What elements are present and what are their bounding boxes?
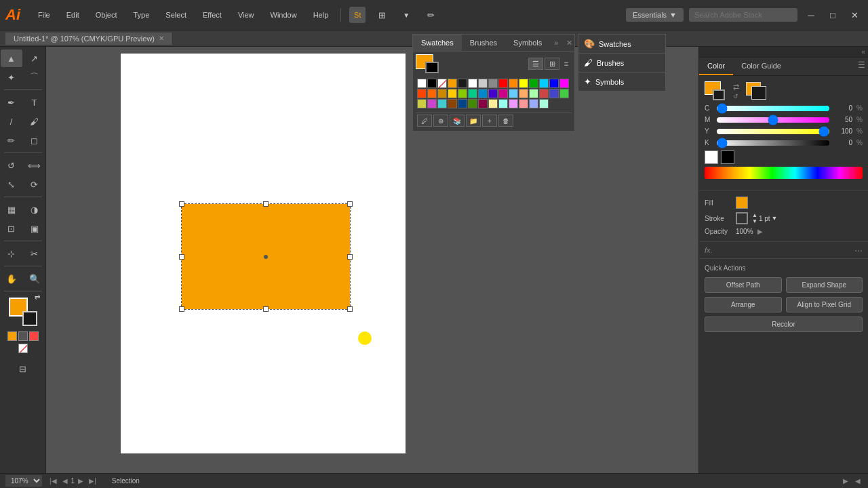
show-kind-menu-button[interactable]: ⊕ <box>433 115 448 127</box>
symbols-tab[interactable]: Symbols <box>505 35 550 51</box>
swatch-sienna[interactable] <box>448 99 457 108</box>
lasso-tool-button[interactable]: ⌒ <box>24 68 45 86</box>
swatch-grass[interactable] <box>559 89 569 98</box>
reflect-tool-button[interactable]: ⟺ <box>24 157 45 174</box>
prev-page-button[interactable]: ◀ <box>60 477 70 485</box>
swatches-list-view-button[interactable]: ☰ <box>528 58 543 70</box>
swatch-salmon[interactable] <box>519 99 528 108</box>
swatch-green[interactable] <box>529 79 538 88</box>
swatch-brown[interactable] <box>437 89 447 98</box>
rotate-tool-button[interactable]: ↺ <box>1 157 22 174</box>
canvas-area[interactable] <box>46 47 698 473</box>
swatch-indigo[interactable] <box>488 89 498 98</box>
yellow-slider[interactable] <box>717 129 829 134</box>
handle-bottom-right[interactable] <box>347 306 353 312</box>
current-stroke-swatch[interactable] <box>425 62 439 73</box>
handle-top-center[interactable] <box>263 201 269 207</box>
swatch-teal[interactable] <box>468 89 477 98</box>
stroke-width-up-icon[interactable]: ▲▼ <box>752 212 757 224</box>
last-page-button[interactable]: ▶| <box>87 477 98 485</box>
orange-rectangle[interactable] <box>182 204 350 309</box>
handle-mid-left[interactable] <box>179 254 184 260</box>
window-minimize-icon[interactable]: ─ <box>803 7 819 23</box>
color-guide-tab[interactable]: Color Guide <box>733 58 789 75</box>
swatch-forest[interactable] <box>468 99 477 108</box>
quick-fill-gray[interactable] <box>18 331 28 341</box>
align-pixel-grid-button[interactable]: Align to Pixel Grid <box>786 297 863 312</box>
swatch-dark[interactable] <box>458 79 467 88</box>
swatches-menu-icon[interactable]: ≡ <box>561 58 572 70</box>
no-fill-icon[interactable] <box>18 344 28 353</box>
zoom-selector[interactable]: 107% <box>5 475 42 487</box>
swatches-grid-view-button[interactable]: ⊞ <box>545 58 559 70</box>
swatch-none[interactable] <box>437 79 447 88</box>
fill-color-preview[interactable] <box>736 197 748 209</box>
swatch-maroon[interactable] <box>478 99 488 108</box>
selection-tool-button[interactable]: ▲ <box>1 49 22 67</box>
paintbrush-tool-button[interactable]: 🖌 <box>24 113 45 130</box>
swatch-black[interactable] <box>427 79 437 88</box>
magenta-slider[interactable] <box>717 117 829 123</box>
artboard-2-tool-button[interactable]: ⊟ <box>12 360 34 378</box>
swatch-lavender[interactable] <box>509 99 518 108</box>
fx-more-options-icon[interactable]: ··· <box>854 245 863 256</box>
menu-file[interactable]: File <box>34 8 54 22</box>
collapse-panel-icon[interactable]: « <box>861 48 865 56</box>
arrange-button[interactable]: Arrange <box>705 297 782 312</box>
swatch-orange2[interactable] <box>509 79 518 88</box>
swatch-libraries-button[interactable]: 📚 <box>450 115 465 127</box>
swatch-mint[interactable] <box>529 89 538 98</box>
swatch-purple[interactable] <box>427 99 437 108</box>
stroke-dropdown-arrow[interactable]: ▼ <box>772 215 778 222</box>
reshape-tool-button[interactable]: ⟳ <box>24 176 45 193</box>
handle-top-right[interactable] <box>347 201 353 207</box>
menu-window[interactable]: Window <box>267 8 301 22</box>
new-color-group-2-button[interactable]: 📁 <box>466 115 481 127</box>
color-tab[interactable]: Color <box>699 58 733 75</box>
swatch-olive[interactable] <box>417 99 427 108</box>
swatch-vermilion[interactable] <box>417 89 427 98</box>
type-tool-button[interactable]: T <box>24 94 45 111</box>
brushes-tab[interactable]: Brushes <box>462 35 505 51</box>
swatch-pink[interactable] <box>498 89 508 98</box>
color-spectrum-bar[interactable] <box>705 167 863 179</box>
window-maximize-icon[interactable]: □ <box>825 7 841 23</box>
color-background-box[interactable] <box>751 86 766 100</box>
swatch-orange[interactable] <box>448 79 457 88</box>
swatch-cream[interactable] <box>488 99 498 108</box>
bar-chart-tool-button[interactable]: ▦ <box>1 201 22 218</box>
play-button[interactable]: ▶ <box>841 477 850 485</box>
panel-more-icon[interactable]: » <box>550 35 562 51</box>
swatch-peach[interactable] <box>519 89 528 98</box>
symbols-mini-item[interactable]: ✦ Symbols <box>578 73 665 91</box>
swatch-lime[interactable] <box>458 89 467 98</box>
stroke-color-preview[interactable] <box>736 212 748 224</box>
swatch-gold[interactable] <box>448 89 457 98</box>
stroke-width-dropdown[interactable]: ▲▼ 1 pt ▼ <box>752 212 778 224</box>
handle-bottom-left[interactable] <box>179 306 184 312</box>
new-swatch-button[interactable]: + <box>482 115 497 127</box>
line-tool-button[interactable]: / <box>1 113 22 130</box>
scale-tool-button[interactable]: ⤡ <box>1 176 22 193</box>
swatch-seafoam[interactable] <box>498 99 508 108</box>
swatches-tab[interactable]: Swatches <box>413 35 462 51</box>
quick-fill-orange[interactable] <box>7 331 17 341</box>
pen-tool-button[interactable]: ✒ <box>1 94 22 111</box>
stroke-color-box[interactable] <box>22 311 37 326</box>
color-stroke-indicator[interactable] <box>713 89 725 100</box>
swatch-periwinkle[interactable] <box>529 99 538 108</box>
brushes-mini-item[interactable]: 🖌 Brushes <box>578 54 665 73</box>
panel-options-icon[interactable]: ☰ <box>855 58 868 75</box>
zoom-tool-button[interactable]: 🔍 <box>24 270 45 287</box>
cyan-slider[interactable] <box>717 106 829 111</box>
handle-top-left[interactable] <box>179 201 184 207</box>
stock-search-input[interactable] <box>689 8 797 22</box>
first-page-button[interactable]: |◀ <box>47 477 59 485</box>
menu-type[interactable]: Type <box>130 8 154 22</box>
next-page-button[interactable]: ▶ <box>76 477 85 485</box>
white-swatch[interactable] <box>705 150 718 164</box>
menu-edit[interactable]: Edit <box>62 8 83 22</box>
expand-shape-button[interactable]: Expand Shape <box>786 277 863 293</box>
swatches-mini-item[interactable]: 🎨 Swatches <box>578 35 665 54</box>
toolbar-st-icon[interactable]: St <box>349 7 366 23</box>
